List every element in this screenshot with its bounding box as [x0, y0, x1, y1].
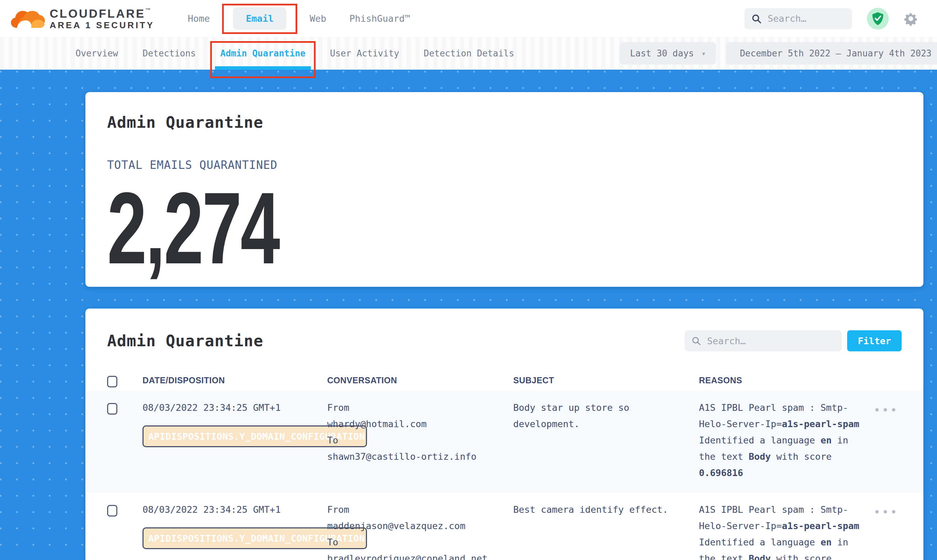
protection-status-badge[interactable]	[867, 8, 889, 29]
tab-overview-label: Overview	[76, 48, 118, 58]
conversation-cell: From maddenjason@velazquez.com To bradle…	[327, 502, 513, 560]
date-range-display[interactable]: December 5th 2022 — January 4th 2023	[726, 42, 937, 65]
settings-button[interactable]	[904, 12, 918, 26]
cloudflare-cloud-icon	[10, 7, 46, 31]
row-select-cell	[107, 502, 142, 517]
table-search[interactable]	[685, 330, 842, 351]
row-date: 08/03/2022 23:34:25 GMT+1	[142, 502, 327, 518]
filter-button[interactable]: Filter	[847, 330, 901, 351]
quarantine-card-header: Admin Quarantine Filter	[107, 330, 901, 351]
table-controls: Filter	[685, 330, 901, 351]
nav-email[interactable]: Email	[221, 0, 298, 37]
active-tab-underline	[215, 66, 311, 70]
tab-user-activity[interactable]: User Activity	[318, 37, 412, 70]
search-icon	[751, 14, 761, 24]
conversation-cell: From whardy@hotmail.com To shawn37@casti…	[327, 400, 513, 465]
global-search[interactable]	[744, 8, 852, 29]
brand-trademark: ™	[145, 7, 152, 13]
summary-card-title: Admin Quarantine	[107, 114, 901, 130]
quarantine-table-card: Admin Quarantine Filter	[85, 309, 923, 560]
date-controls: Last 30 days ▾ December 5th 2022 — Janua…	[620, 42, 937, 65]
subject-cell: Body star up store so development.	[513, 400, 699, 432]
nav-phishguard-label: PhishGuard™	[349, 13, 410, 24]
summary-card: Admin Quarantine TOTAL EMAILS QUARANTINE…	[85, 92, 923, 287]
tab-user-activity-label: User Activity	[330, 48, 399, 58]
row-date: 08/03/2022 23:34:25 GMT+1	[142, 400, 327, 416]
table-search-input[interactable]	[706, 335, 835, 346]
tab-admin-quarantine[interactable]: Admin Quarantine	[208, 37, 318, 70]
search-icon	[692, 336, 701, 346]
area1-security-app: CLOUDFLARE™ AREA 1 SECURITY Home Email W…	[0, 0, 937, 560]
quarantine-table: DATE/DISPOSITION CONVERSATION SUBJECT RE…	[107, 370, 901, 560]
row-select-cell	[107, 400, 142, 415]
brand-text: CLOUDFLARE™ AREA 1 SECURITY	[49, 8, 154, 29]
date-disposition-cell: 08/03/2022 23:34:25 GMT+1 APIDISPOSITION…	[142, 400, 327, 447]
brand-tagline: AREA 1 SECURITY	[49, 21, 154, 29]
tab-admin-quarantine-label: Admin Quarantine	[221, 48, 306, 58]
cloudflare-logo[interactable]: CLOUDFLARE™ AREA 1 SECURITY	[10, 7, 154, 31]
chevron-down-icon: ▾	[701, 49, 706, 58]
row-menu-button[interactable]: •••	[870, 502, 901, 518]
tab-detections[interactable]: Detections	[130, 37, 208, 70]
row-menu-button[interactable]: •••	[870, 400, 901, 416]
brand-name: CLOUDFLARE™	[49, 8, 154, 19]
quarantine-card-title: Admin Quarantine	[107, 333, 263, 349]
from-label: From	[327, 400, 500, 416]
reasons-cell: A1S IPBL Pearl spam : Smtp-Helo-Server-I…	[699, 502, 870, 560]
nav-phishguard[interactable]: PhishGuard™	[338, 0, 422, 37]
main-content: Admin Quarantine TOTAL EMAILS QUARANTINE…	[0, 70, 937, 560]
select-all-checkbox[interactable]	[107, 376, 117, 388]
top-header: CLOUDFLARE™ AREA 1 SECURITY Home Email W…	[0, 0, 937, 37]
email-subnav: Overview Detections Admin Quarantine Use…	[0, 37, 937, 70]
header-right-controls	[744, 8, 918, 29]
reasons-cell: A1S IPBL Pearl spam : Smtp-Helo-Server-I…	[699, 400, 870, 481]
range-dropdown[interactable]: Last 30 days ▾	[620, 42, 716, 65]
row-checkbox[interactable]	[107, 403, 117, 415]
date-disposition-cell: 08/03/2022 23:34:25 GMT+1 APIDISPOSITION…	[142, 502, 327, 549]
nav-email-label: Email	[233, 8, 286, 29]
nav-home-label: Home	[188, 13, 210, 24]
range-dropdown-label: Last 30 days	[630, 48, 694, 58]
col-date-disposition: DATE/DISPOSITION	[142, 375, 327, 385]
gear-icon	[904, 12, 918, 26]
from-label: From	[327, 502, 500, 518]
tab-detection-details-label: Detection Details	[424, 48, 514, 58]
tab-detections-label: Detections	[142, 48, 196, 58]
table-header-row: DATE/DISPOSITION CONVERSATION SUBJECT RE…	[107, 370, 901, 391]
col-subject: SUBJECT	[513, 375, 699, 385]
shield-check-icon	[871, 12, 884, 26]
tab-overview[interactable]: Overview	[63, 37, 130, 70]
from-email: whardy@hotmail.com	[327, 416, 500, 432]
table-row[interactable]: 08/03/2022 23:34:25 GMT+1 APIDISPOSITION…	[85, 391, 923, 493]
total-quarantined-value: 2,274	[107, 176, 663, 280]
select-all-cell	[107, 373, 142, 388]
to-email: bradleyrodriguez@copeland.net	[327, 551, 500, 560]
date-range-text: December 5th 2022 — January 4th 2023	[740, 48, 932, 58]
col-reasons: REASONS	[699, 375, 870, 385]
global-search-input[interactable]	[767, 13, 845, 24]
row-checkbox[interactable]	[107, 505, 117, 517]
col-conversation: CONVERSATION	[327, 375, 513, 385]
subject-cell: Best camera identify effect.	[513, 502, 699, 518]
primary-nav: Home Email Web PhishGuard™	[176, 0, 422, 37]
nav-web[interactable]: Web	[298, 0, 338, 37]
table-row[interactable]: 08/03/2022 23:34:25 GMT+1 APIDISPOSITION…	[85, 493, 923, 560]
from-email: maddenjason@velazquez.com	[327, 518, 500, 534]
nav-web-label: Web	[309, 13, 326, 24]
to-label: To	[327, 534, 500, 551]
to-email: shawn37@castillo-ortiz.info	[327, 449, 500, 465]
to-label: To	[327, 432, 500, 449]
total-quarantined-label: TOTAL EMAILS QUARANTINED	[107, 159, 901, 171]
tab-detection-details[interactable]: Detection Details	[412, 37, 526, 70]
nav-home[interactable]: Home	[176, 0, 221, 37]
